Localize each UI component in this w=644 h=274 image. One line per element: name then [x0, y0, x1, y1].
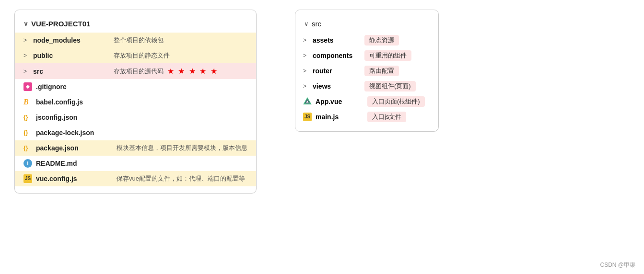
tag-label: 可重用的组件	[364, 50, 411, 61]
tree-item-public: > public 存放项目的静态文件	[15, 48, 256, 63]
src-item-views: > views 视图组件(页面)	[295, 79, 438, 94]
src-title: src	[312, 20, 321, 28]
item-desc: 整个项目的依赖包	[114, 36, 164, 45]
item-name: babel.config.js	[36, 98, 113, 106]
js-icon: JS	[23, 174, 32, 183]
tree-item-gitignore: ◆ .gitignore	[15, 79, 256, 94]
item-name: App.vue	[316, 98, 363, 105]
item-desc: 模块基本信息，项目开发所需要模块，版本信息	[117, 144, 247, 152]
item-name: src	[33, 68, 110, 75]
main-container: ∨ VUE-PROJECT01 > node_modules 整个项目的依赖包 …	[14, 10, 630, 194]
chevron-right-icon: >	[303, 37, 309, 44]
chevron-down-icon: ∨	[304, 20, 309, 27]
right-src-tree-panel: ∨ src > assets 静态资源 > components 可重用的组件 …	[295, 10, 439, 132]
item-name: vue.config.js	[36, 175, 113, 183]
src-item-components: > components 可重用的组件	[295, 48, 438, 63]
src-item-main-js: JS main.js 入口js文件	[295, 109, 438, 125]
json-icon: {}	[23, 128, 32, 137]
item-name: package-lock.json	[36, 129, 113, 137]
item-desc: 保存vue配置的文件，如：代理、端口的配置等	[117, 174, 245, 183]
item-name: README.md	[36, 160, 113, 167]
info-icon: i	[23, 159, 32, 168]
item-name: router	[313, 67, 361, 75]
item-name: assets	[313, 36, 361, 44]
item-desc: 存放项目的静态文件	[114, 51, 170, 60]
tag-label: 入口页面(根组件)	[367, 96, 425, 107]
vue-icon	[303, 97, 312, 106]
chevron-right-icon: >	[303, 68, 309, 74]
item-name: jsconfig.json	[36, 114, 113, 121]
left-file-tree-panel: ∨ VUE-PROJECT01 > node_modules 整个项目的依赖包 …	[14, 10, 257, 194]
item-name: public	[33, 52, 110, 59]
src-item-router: > router 路由配置	[295, 63, 438, 79]
chevron-right-icon: >	[303, 52, 309, 59]
project-name: VUE-PROJECT01	[31, 20, 90, 28]
tree-item-readme: i README.md	[15, 156, 256, 171]
src-item-assets: > assets 静态资源	[295, 33, 438, 48]
chevron-right-icon: >	[23, 68, 29, 75]
tag-label: 视图组件(页面)	[364, 81, 416, 91]
tree-item-node-modules: > node_modules 整个项目的依赖包	[15, 33, 256, 48]
item-desc: 存放项目的源代码	[114, 67, 164, 76]
stars-icon: ★ ★ ★ ★ ★	[167, 67, 218, 76]
chevron-right-icon: >	[303, 83, 309, 90]
right-panel-title: ∨ src	[295, 17, 438, 33]
item-name: views	[313, 82, 361, 90]
src-item-app-vue: App.vue 入口页面(根组件)	[295, 94, 438, 109]
chevron-down-icon: ∨	[23, 20, 28, 27]
item-name: .gitignore	[36, 83, 113, 91]
gitignore-icon: ◆	[23, 82, 32, 91]
item-name: node_modules	[33, 36, 110, 44]
item-name: main.js	[316, 113, 363, 121]
json-icon: {}	[23, 144, 32, 152]
tree-item-package-lock: {} package-lock.json	[15, 125, 256, 140]
babel-icon: B	[23, 98, 32, 106]
tree-item-package: {} package.json 模块基本信息，项目开发所需要模块，版本信息	[15, 140, 256, 156]
watermark: CSDN @甲渠	[600, 261, 635, 269]
left-panel-title: ∨ VUE-PROJECT01	[15, 17, 256, 33]
tag-label: 静态资源	[364, 35, 399, 46]
item-name: components	[313, 52, 361, 59]
chevron-right-icon: >	[23, 37, 29, 44]
tag-label: 路由配置	[364, 66, 399, 76]
tag-label: 入口js文件	[367, 112, 406, 122]
js-icon: JS	[303, 113, 312, 121]
tree-item-vue-config: JS vue.config.js 保存vue配置的文件，如：代理、端口的配置等	[15, 171, 256, 186]
tree-item-jsconfig: {} jsconfig.json	[15, 110, 256, 125]
tree-item-babel: B babel.config.js	[15, 94, 256, 110]
chevron-right-icon: >	[23, 52, 29, 59]
json-icon: {}	[23, 113, 32, 122]
tree-item-src: > src 存放项目的源代码 ★ ★ ★ ★ ★	[15, 63, 256, 79]
item-name: package.json	[36, 144, 113, 152]
